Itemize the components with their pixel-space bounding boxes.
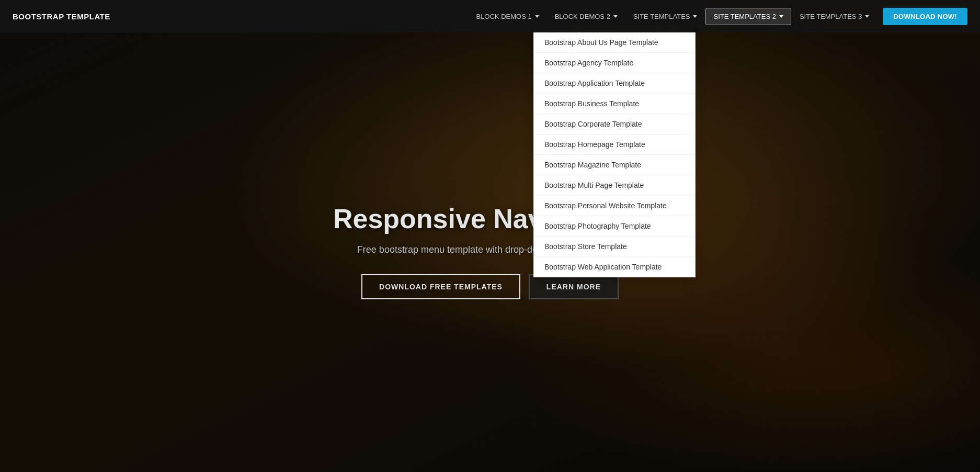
hero-buttons: DOWNLOAD FREE TEMPLATES LEARN MORE <box>307 274 673 299</box>
nav-item-label: SITE TEMPLATES 3 <box>800 13 862 20</box>
dropdown-caret-icon <box>613 15 618 18</box>
nav-item-label: SITE TEMPLATES 2 <box>713 13 776 20</box>
nav-item-site-templates-3[interactable]: SITE TEMPLATES 3 <box>792 8 876 25</box>
nav-item-label: SITE TEMPLATES <box>633 13 690 20</box>
dropdown-item[interactable]: Bootstrap Application Template <box>534 73 695 94</box>
dropdown-item[interactable]: Bootstrap Photography Template <box>534 216 695 237</box>
dropdown-caret-icon <box>865 15 869 18</box>
dropdown-item[interactable]: Bootstrap Store Template <box>534 237 695 257</box>
dropdown-item[interactable]: Bootstrap Corporate Template <box>534 114 695 134</box>
dropdown-item[interactable]: Bootstrap Personal Website Template <box>534 196 695 216</box>
navbar: BOOTSTRAP TEMPLATE BLOCK DEMOS 1 BLOCK D… <box>0 0 980 32</box>
dropdown-item[interactable]: Bootstrap Web Application Template <box>534 257 695 277</box>
dropdown-caret-icon <box>693 15 697 18</box>
learn-more-button[interactable]: LEARN MORE <box>529 274 619 299</box>
dropdown-caret-icon <box>779 15 783 18</box>
dropdown-item[interactable]: Bootstrap Magazine Template <box>534 155 695 175</box>
nav-items: BLOCK DEMOS 1 BLOCK DEMOS 2 SITE TEMPLAT… <box>469 8 967 25</box>
nav-item-label: BLOCK DEMOS 1 <box>476 13 531 20</box>
dropdown-item[interactable]: Bootstrap About Us Page Template <box>534 32 695 53</box>
dropdown-item[interactable]: Bootstrap Business Template <box>534 94 695 114</box>
dropdown-item[interactable]: Bootstrap Multi Page Template <box>534 175 695 196</box>
download-now-button[interactable]: DOWNLOAD NOW! <box>883 8 967 25</box>
nav-item-label: BLOCK DEMOS 2 <box>555 13 610 20</box>
dropdown-item[interactable]: Bootstrap Agency Template <box>534 53 695 73</box>
nav-item-block-demos-1[interactable]: BLOCK DEMOS 1 <box>469 8 546 25</box>
nav-item-site-templates-2[interactable]: SITE TEMPLATES 2 <box>705 8 791 25</box>
nav-item-block-demos-2[interactable]: BLOCK DEMOS 2 <box>548 8 625 25</box>
navbar-brand: BOOTSTRAP TEMPLATE <box>13 12 110 21</box>
nav-item-site-templates[interactable]: SITE TEMPLATES <box>626 8 705 25</box>
dropdown-item[interactable]: Bootstrap Homepage Template <box>534 134 695 155</box>
site-templates-2-dropdown: Bootstrap About Us Page TemplateBootstra… <box>533 32 696 277</box>
dropdown-caret-icon <box>535 15 539 18</box>
download-free-templates-button[interactable]: DOWNLOAD FREE TEMPLATES <box>361 274 520 299</box>
